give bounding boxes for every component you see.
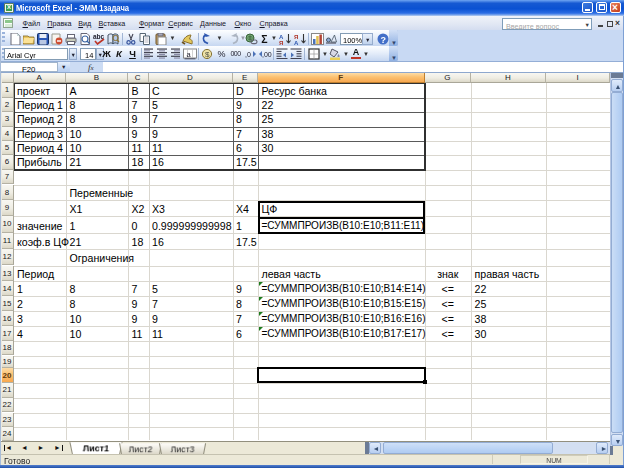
svg-text:$: $	[205, 50, 210, 59]
svg-text:,00: ,00	[262, 51, 272, 58]
svg-text:,0: ,0	[245, 51, 251, 58]
svg-text:?: ?	[381, 34, 387, 44]
svg-text:А: А	[294, 40, 299, 45]
svg-text:Я: Я	[279, 40, 283, 45]
